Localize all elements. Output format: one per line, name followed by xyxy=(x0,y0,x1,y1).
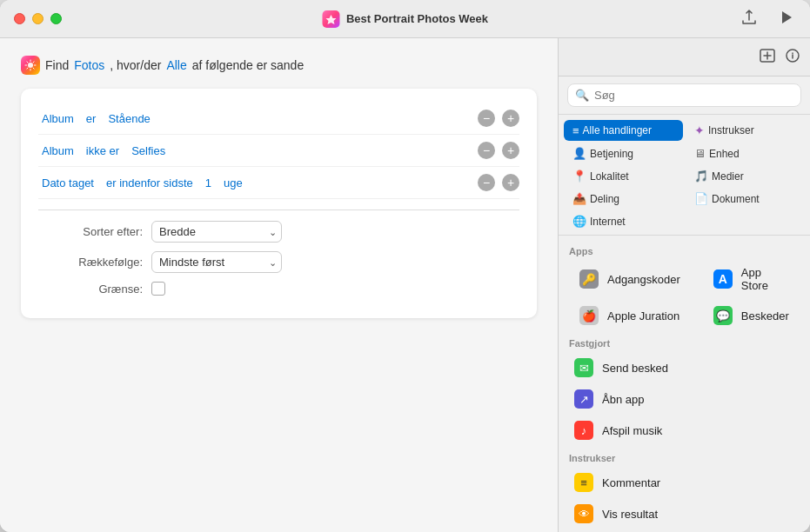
traffic-lights xyxy=(14,13,62,24)
list-item[interactable]: 🍎 Apple Juration xyxy=(569,300,691,331)
adgangskoder-icon: 🔑 xyxy=(579,269,599,289)
condition-op-3[interactable]: er indenfor sidste xyxy=(103,175,197,191)
main-content: Find Fotos , hvor/der Alle af følgende e… xyxy=(0,38,810,532)
tab-lokalitet[interactable]: 📍 Lokalitet xyxy=(564,166,683,186)
apps-grid: 🔑 Adgangskoder A App Store 🍎 Apple Jurat… xyxy=(559,260,810,331)
condition-value-1[interactable]: Stående xyxy=(104,110,153,127)
tab-deling-icon: 📤 xyxy=(572,192,586,205)
svg-point-0 xyxy=(28,63,33,68)
search-icon: 🔍 xyxy=(575,89,589,102)
tab-medier[interactable]: 🎵 Medier xyxy=(686,166,805,186)
app-window: Best Portrait Photos Week xyxy=(0,0,810,532)
tab-enhed[interactable]: 🖥 Enhed xyxy=(686,143,805,163)
window-title: Best Portrait Photos Week xyxy=(346,12,488,25)
find-suffix: af følgende er sande xyxy=(192,58,304,72)
beskeder-icon: 💬 xyxy=(713,306,733,325)
kommentar-label: Kommentar xyxy=(602,476,660,489)
condition-field-2[interactable]: Album xyxy=(38,143,77,159)
find-all[interactable]: Alle xyxy=(166,58,186,72)
tab-dokument[interactable]: 📄 Dokument xyxy=(686,189,805,209)
right-action-button[interactable] xyxy=(760,49,775,66)
maximize-button[interactable] xyxy=(50,13,62,24)
limit-checkbox-area xyxy=(151,282,165,296)
order-label: Rækkefølge: xyxy=(56,256,143,269)
order-select-wrapper: Mindste først Største først Stigende Fal… xyxy=(151,251,282,273)
find-source[interactable]: Fotos xyxy=(74,58,104,72)
order-select[interactable]: Mindste først Største først Stigende Fal… xyxy=(151,251,282,273)
send-besked-icon: ✉ xyxy=(574,358,593,377)
tab-instrukser[interactable]: ✦ Instrukser xyxy=(686,120,805,141)
remove-condition-2[interactable]: − xyxy=(478,142,495,159)
apple-label: Apple Juration xyxy=(607,309,679,323)
list-item-afspil-musik[interactable]: ♪ Afspil musik xyxy=(564,415,805,446)
tab-deling[interactable]: 📤 Deling xyxy=(564,189,683,209)
share-button[interactable] xyxy=(739,8,760,30)
minimize-button[interactable] xyxy=(32,13,44,24)
list-item-abn-app[interactable]: ↗ Åbn app xyxy=(564,383,805,415)
appstore-icon: A xyxy=(713,269,733,289)
condition-value-2[interactable]: Selfies xyxy=(128,143,169,159)
list-item-kommentar[interactable]: ≡ Kommentar xyxy=(564,467,805,498)
find-text: Find xyxy=(45,58,69,72)
list-item-vis-resultat[interactable]: 👁 Vis resultat xyxy=(564,498,805,529)
right-info-button[interactable] xyxy=(786,49,800,66)
condition-row: Album er Stående − + xyxy=(38,103,519,135)
remove-condition-1[interactable]: − xyxy=(478,110,495,127)
tab-instrukser-label: Instrukser xyxy=(708,124,754,136)
app-icon xyxy=(322,10,339,28)
list-item[interactable]: 💬 Beskeder xyxy=(703,300,800,331)
find-header: Find Fotos , hvor/der Alle af følgende e… xyxy=(21,56,537,75)
title-bar: Best Portrait Photos Week xyxy=(0,0,810,38)
tab-internet-icon: 🌐 xyxy=(572,215,586,228)
section-apps-label: Apps xyxy=(559,239,810,260)
condition-op-1[interactable]: er xyxy=(83,110,100,127)
condition-field-1[interactable]: Album xyxy=(38,110,77,127)
list-item[interactable]: A App Store xyxy=(703,260,800,298)
apple-icon: 🍎 xyxy=(579,306,599,325)
limit-row: Grænse: xyxy=(56,282,502,296)
condition-actions-3: − + xyxy=(478,174,519,191)
limit-checkbox[interactable] xyxy=(151,282,165,296)
list-item[interactable]: 🔑 Adgangskoder xyxy=(569,260,691,298)
tab-deling-label: Deling xyxy=(590,193,619,205)
condition-row: Album ikke er Selfies − + xyxy=(38,135,519,167)
tab-betjening[interactable]: 👤 Betjening xyxy=(564,143,683,163)
condition-value-3[interactable]: 1 xyxy=(202,175,215,191)
condition-content-3: Dato taget er indenfor sidste 1 uge xyxy=(38,175,478,191)
condition-field-3[interactable]: Dato taget xyxy=(38,175,97,191)
remove-condition-3[interactable]: − xyxy=(478,174,495,191)
right-panel: 🔍 ≡ Alle handlinger ✦ Instrukser xyxy=(558,38,810,532)
order-row: Rækkefølge: Mindste først Største først … xyxy=(56,251,502,273)
right-list: Apps 🔑 Adgangskoder A App Store 🍎 Apple … xyxy=(559,236,810,532)
title-bar-actions xyxy=(739,8,796,30)
condition-row: Dato taget er indenfor sidste 1 uge − + xyxy=(38,167,519,199)
window-title-group: Best Portrait Photos Week xyxy=(322,10,488,28)
tab-betjening-label: Betjening xyxy=(590,148,633,160)
list-item-send-besked[interactable]: ✉ Send besked xyxy=(564,352,805,383)
adgangskoder-label: Adgangskoder xyxy=(607,273,680,286)
tab-all-icon: ≡ xyxy=(572,124,579,137)
tab-lokalitet-label: Lokalitet xyxy=(590,170,629,183)
tab-all-actions[interactable]: ≡ Alle handlinger xyxy=(564,120,683,141)
right-top-bar xyxy=(559,38,810,76)
tab-internet-label: Internet xyxy=(590,216,626,228)
condition-unit-3[interactable]: uge xyxy=(220,175,246,191)
vis-resultat-label: Vis resultat xyxy=(602,508,658,521)
tab-internet[interactable]: 🌐 Internet xyxy=(564,211,683,231)
search-input[interactable] xyxy=(594,89,793,102)
tab-medier-label: Medier xyxy=(712,170,744,183)
tab-enhed-label: Enhed xyxy=(709,148,740,160)
sort-select[interactable]: Bredde Højde Dato taget Navn xyxy=(151,221,282,243)
play-button[interactable] xyxy=(777,9,796,30)
condition-content-1: Album er Stående xyxy=(38,110,478,127)
condition-op-2[interactable]: ikke er xyxy=(83,143,123,159)
close-button[interactable] xyxy=(14,13,25,24)
section-fastgjort-label: Fastgjort xyxy=(559,331,810,352)
add-condition-2[interactable]: + xyxy=(502,142,519,159)
add-condition-1[interactable]: + xyxy=(502,110,519,127)
add-condition-3[interactable]: + xyxy=(502,174,519,191)
beskeder-label: Beskeder xyxy=(741,309,789,323)
tab-betjening-icon: 👤 xyxy=(572,147,586,160)
condition-actions-2: − + xyxy=(478,142,519,159)
sort-section: Sorter efter: Bredde Højde Dato taget Na… xyxy=(38,221,519,296)
